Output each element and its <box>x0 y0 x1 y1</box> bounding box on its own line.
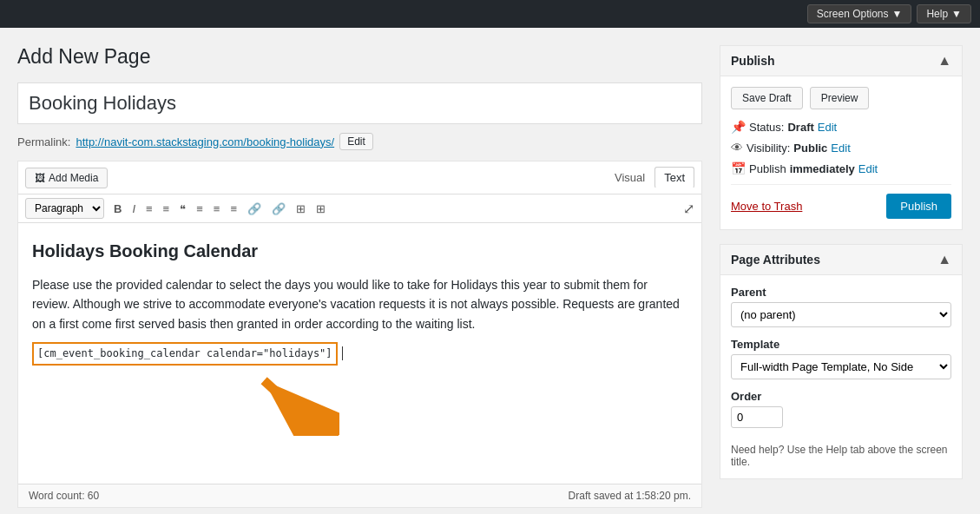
add-media-label: Add Media <box>49 172 98 184</box>
move-to-trash-button[interactable]: Move to Trash <box>731 200 802 213</box>
parent-row: Parent (no parent) <box>731 286 951 327</box>
publish-time-edit-link[interactable]: Edit <box>858 162 878 175</box>
italic-button[interactable]: I <box>128 201 140 217</box>
page-title-input[interactable] <box>17 82 702 124</box>
editor-toolbar-top: 🖼 Add Media Visual Text <box>18 161 701 194</box>
screen-options-chevron-icon: ▼ <box>892 8 903 20</box>
visibility-label: Visibility: <box>747 142 790 155</box>
preview-button[interactable]: Preview <box>810 87 870 109</box>
blockquote-button[interactable]: ❝ <box>175 201 190 217</box>
status-row: 📌 Status: Draft Edit <box>731 120 951 134</box>
publish-actions: Save Draft Preview <box>731 87 951 109</box>
editor-wrapper: 🖼 Add Media Visual Text Paragraph Headin… <box>17 161 702 508</box>
publish-time-label: Publish <box>749 162 786 175</box>
template-select[interactable]: Full-width Page Template, No Side <box>731 354 951 379</box>
page-attributes-toggle-icon[interactable]: ▲ <box>937 252 951 267</box>
publish-box-body: Save Draft Preview 📌 Status: Draft Edit … <box>720 76 962 229</box>
parent-select[interactable]: (no parent) <box>731 302 951 327</box>
formatting-bar: Paragraph Heading 1 Heading 2 B I ≡ ≡ ❝ … <box>18 194 701 223</box>
link-button[interactable]: 🔗 <box>243 201 266 217</box>
help-label: Help <box>926 8 948 20</box>
publish-panel-title: Publish <box>731 54 775 68</box>
calendar-icon: 📅 <box>731 161 746 175</box>
permalink-edit-button[interactable]: Edit <box>339 133 373 150</box>
screen-options-label: Screen Options <box>817 8 889 20</box>
status-icon: 📌 <box>731 120 746 134</box>
permalink-label: Permalink: <box>17 135 70 148</box>
align-right-button[interactable]: ≡ <box>226 201 241 217</box>
publish-box-header: Publish ▲ <box>720 46 962 76</box>
page-attributes-title: Page Attributes <box>731 253 820 267</box>
top-bar: Screen Options ▼ Help ▼ <box>0 0 980 28</box>
template-label: Template <box>731 338 951 351</box>
publish-time-value: immediately <box>790 162 855 175</box>
bold-button[interactable]: B <box>109 201 126 217</box>
parent-label: Parent <box>731 286 951 299</box>
expand-editor-button[interactable]: ⤢ <box>683 201 694 217</box>
publish-toggle-icon[interactable]: ▲ <box>937 53 951 69</box>
visibility-row: 👁 Visibility: Public Edit <box>731 141 951 155</box>
save-draft-button[interactable]: Save Draft <box>731 87 803 109</box>
shortcode-block[interactable]: [cm_event_booking_calendar calendar="hol… <box>32 342 338 366</box>
content-body: Please use the provided calendar to sele… <box>32 275 687 333</box>
ordered-list-button[interactable]: ≡ <box>159 201 174 217</box>
page-wrapper: Add New Page Permalink: http://navit-com… <box>0 28 980 514</box>
help-text: Need help? Use the Help tab above the sc… <box>731 438 951 468</box>
insert-button[interactable]: ⊞ <box>292 201 310 217</box>
help-chevron-icon: ▼ <box>951 8 962 20</box>
svg-line-1 <box>264 380 319 431</box>
publish-box: Publish ▲ Save Draft Preview 📌 Status: D… <box>720 45 963 230</box>
order-input[interactable] <box>731 406 783 428</box>
page-title: Add New Page <box>17 45 702 69</box>
sidebar: Publish ▲ Save Draft Preview 📌 Status: D… <box>720 45 963 508</box>
unordered-list-button[interactable]: ≡ <box>141 201 157 217</box>
unlink-button[interactable]: 🔗 <box>267 201 290 217</box>
editor-content[interactable]: Holidays Booking Calendar Please use the… <box>18 223 701 484</box>
cursor-indicator <box>342 346 343 360</box>
permalink-url[interactable]: http://navit-com.stackstaging.com/bookin… <box>76 135 334 148</box>
publish-button[interactable]: Publish <box>886 194 951 219</box>
template-row: Template Full-width Page Template, No Si… <box>731 338 951 379</box>
screen-options-button[interactable]: Screen Options ▼ <box>807 4 912 23</box>
page-attributes-box: Page Attributes ▲ Parent (no parent) Tem… <box>720 244 963 479</box>
status-value: Draft <box>787 121 813 134</box>
main-content: Add New Page Permalink: http://navit-com… <box>17 45 702 508</box>
order-row: Order <box>731 390 951 428</box>
status-edit-link[interactable]: Edit <box>818 121 837 134</box>
add-media-button[interactable]: 🖼 Add Media <box>25 168 108 188</box>
text-tab[interactable]: Text <box>654 167 694 188</box>
visibility-value: Public <box>793 142 827 155</box>
publish-footer: Move to Trash Publish <box>731 184 951 219</box>
table-button[interactable]: ⊞ <box>312 201 330 217</box>
draft-saved: Draft saved at 1:58:20 pm. <box>569 490 691 502</box>
page-attributes-box-body: Parent (no parent) Template Full-width P… <box>720 275 962 478</box>
add-media-icon: 🖼 <box>35 172 45 184</box>
help-button[interactable]: Help ▼ <box>917 4 971 23</box>
visual-tab[interactable]: Visual <box>605 167 654 188</box>
align-center-button[interactable]: ≡ <box>209 201 225 217</box>
align-left-button[interactable]: ≡ <box>192 201 207 217</box>
status-label: Status: <box>749 121 784 134</box>
visibility-edit-link[interactable]: Edit <box>831 142 850 155</box>
editor-mode-tabs: Visual Text <box>605 167 694 188</box>
content-heading: Holidays Booking Calendar <box>32 237 687 265</box>
order-label: Order <box>731 390 951 403</box>
format-select[interactable]: Paragraph Heading 1 Heading 2 <box>25 198 104 219</box>
arrow-indicator <box>244 362 339 436</box>
page-attributes-box-header: Page Attributes ▲ <box>720 245 962 275</box>
permalink-row: Permalink: http://navit-com.stackstaging… <box>17 133 702 150</box>
publish-time-row: 📅 Publish immediately Edit <box>731 161 951 175</box>
visibility-icon: 👁 <box>731 141 743 155</box>
editor-footer: Word count: 60 Draft saved at 1:58:20 pm… <box>18 484 701 507</box>
word-count: Word count: 60 <box>29 490 99 502</box>
